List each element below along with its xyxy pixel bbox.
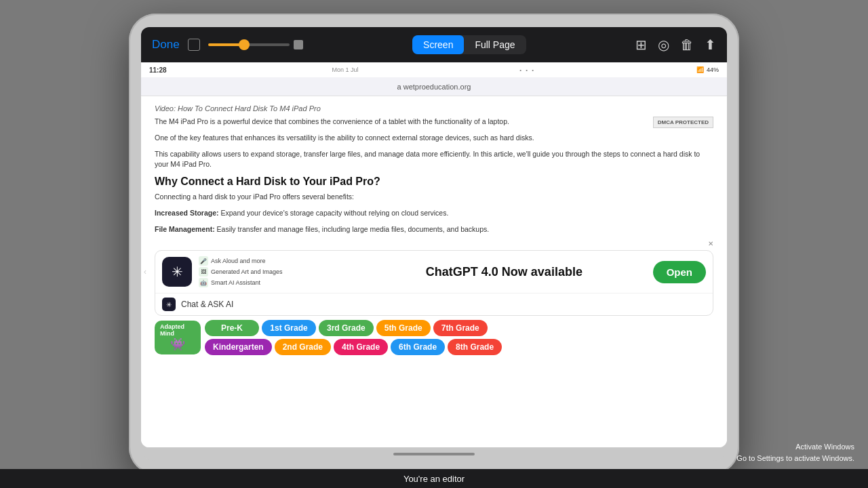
ad-headline: ChatGPT 4.0 Now available	[426, 265, 646, 279]
checkbox[interactable]	[188, 39, 200, 51]
ad-open-button[interactable]: Open	[653, 261, 706, 283]
share-icon[interactable]: ⬆	[705, 37, 716, 53]
grade-kinder-button[interactable]: Kindergarten	[205, 339, 272, 355]
markup-icon[interactable]: ◎	[658, 37, 669, 53]
ad-close-row: ✕	[155, 240, 713, 247]
grade-prek-button[interactable]: Pre-K	[205, 320, 259, 336]
ask-ai-icon: ✳	[162, 257, 192, 287]
home-indicator	[393, 453, 475, 455]
grade-1st-button[interactable]: 1st Grade	[262, 320, 316, 336]
url-bar[interactable]: a wetproeducation.org	[141, 77, 727, 96]
adapted-mind-badge: Adapted Mind 👾	[155, 321, 201, 354]
paragraph-2: One of the key features that enhances it…	[155, 133, 713, 144]
grade-buttons: Pre-K 1st Grade 3rd Grade 5th Grade 7th …	[205, 320, 502, 355]
wifi-icon: 📶	[696, 66, 704, 73]
chatgpt-ad-banner: ✳ 🎤 Ask Aloud and more 🖼 Generated Art a…	[155, 250, 713, 316]
feature-2-text: Generated Art and Images	[211, 268, 283, 275]
paragraph-3: This capability allows users to expand s…	[155, 149, 713, 171]
ad-close-button[interactable]: ✕	[708, 240, 713, 247]
feature-3: 🤖 Smart AI Assistant	[199, 278, 419, 287]
feature-3-text: Smart AI Assistant	[211, 279, 260, 286]
adapted-mind-logo: 👾	[170, 337, 185, 352]
ad-bottom-icon: ✳	[162, 298, 176, 311]
zoom-slider[interactable]	[208, 43, 290, 46]
ad-features: 🎤 Ask Aloud and more 🖼 Generated Art and…	[199, 256, 419, 287]
home-bar	[141, 447, 727, 461]
go-to-settings-text: Go to Settings to activate Windows.	[736, 453, 854, 464]
article-content: ‹ Video: How To Connect Hard Disk To M4 …	[141, 96, 727, 447]
scroll-indicator: ‹	[144, 267, 146, 277]
adapted-mind-ad: Adapted Mind 👾 Pre-K 1st Grade 3rd Grade…	[155, 320, 713, 355]
paragraph-1: The M4 iPad Pro is a powerful device tha…	[155, 117, 713, 127]
feature-2-icon: 🖼	[199, 267, 208, 277]
view-mode-segment: Screen Full Page	[412, 35, 526, 54]
grade-6th-button[interactable]: 6th Grade	[391, 339, 445, 355]
feature-2: 🖼 Generated Art and Images	[199, 267, 419, 277]
benefit-2-title: File Management:	[155, 225, 215, 233]
benefit-2-text: Easily transfer and manage files, includ…	[217, 225, 490, 233]
grade-5th-button[interactable]: 5th Grade	[376, 320, 431, 336]
layers-icon[interactable]: ⊞	[635, 37, 647, 53]
trash-icon[interactable]: 🗑	[680, 37, 694, 53]
benefit-1-text: Expand your device's storage capacity wi…	[220, 209, 448, 217]
ad-top: ✳ 🎤 Ask Aloud and more 🖼 Generated Art a…	[155, 251, 713, 293]
benefit-1: Increased Storage: Expand your device's …	[155, 208, 713, 219]
grade-8th-button[interactable]: 8th Grade	[448, 339, 502, 355]
grade-2nd-button[interactable]: 2nd Grade	[275, 339, 331, 355]
url-text: a wetproeducation.org	[397, 83, 471, 91]
screenshot-toolbar: Done Screen Full Page ⊞ ◎ 🗑 ⬆	[141, 27, 727, 62]
adapted-mind-title: Adapted Mind	[160, 323, 195, 337]
slider-container	[208, 40, 303, 49]
activate-windows-text: Activate Windows	[736, 441, 854, 453]
ad-bottom: ✳ Chat & ASK AI	[155, 293, 713, 315]
windows-activation: Activate Windows Go to Settings to activ…	[736, 441, 854, 464]
page-status-text: You're an editor	[403, 474, 465, 484]
slider-end	[294, 40, 303, 49]
article-heading: Why Connect a Hard Disk to Your iPad Pro…	[155, 176, 713, 188]
feature-1-text: Ask Aloud and more	[211, 258, 266, 264]
ad-bottom-text: Chat & ASK AI	[181, 300, 233, 309]
feature-3-icon: 🤖	[199, 278, 208, 287]
status-dots: • • •	[519, 67, 535, 73]
device-status-bar: 11:28 Mon 1 Jul • • • 📶 44%	[141, 62, 727, 77]
grade-4th-button[interactable]: 4th Grade	[334, 339, 388, 355]
status-right: 📶 44%	[696, 66, 719, 73]
grade-3rd-button[interactable]: 3rd Grade	[319, 320, 374, 336]
feature-1: 🎤 Ask Aloud and more	[199, 256, 419, 266]
toolbar-icons: ⊞ ◎ 🗑 ⬆	[635, 37, 716, 53]
ipad-frame: Done Screen Full Page ⊞ ◎ 🗑 ⬆ 11:28 Mon …	[129, 14, 739, 474]
grade-row-2: Kindergarten 2nd Grade 4th Grade 6th Gra…	[205, 339, 502, 355]
done-button[interactable]: Done	[152, 38, 180, 52]
grade-row-1: Pre-K 1st Grade 3rd Grade 5th Grade 7th …	[205, 320, 502, 336]
full-page-tab[interactable]: Full Page	[464, 35, 526, 54]
slider-thumb	[239, 39, 250, 50]
benefit-1-title: Increased Storage:	[155, 209, 219, 217]
status-time-date: 11:28	[149, 66, 167, 74]
video-title: Video: How To Connect Hard Disk To M4 iP…	[155, 104, 713, 113]
benefit-2: File Management: Easily transfer and man…	[155, 224, 713, 235]
battery-text: 44%	[707, 66, 719, 73]
page-status-bar: You're an editor	[0, 469, 868, 488]
screen-tab[interactable]: Screen	[412, 35, 464, 54]
browser-area: 11:28 Mon 1 Jul • • • 📶 44% a wetproeduc…	[141, 62, 727, 447]
feature-1-icon: 🎤	[199, 256, 208, 266]
connecting-text: Connecting a hard disk to your iPad Pro …	[155, 192, 713, 203]
dmca-badge: DMCA PROTECTED	[653, 117, 713, 128]
grade-7th-button[interactable]: 7th Grade	[433, 320, 488, 336]
status-date: Mon 1 Jul	[332, 66, 358, 73]
